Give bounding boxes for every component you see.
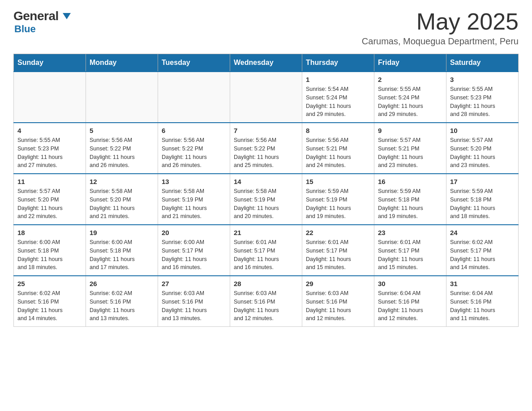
table-row: 7Sunrise: 5:56 AMSunset: 5:22 PMDaylight… [230,123,302,174]
day-info: Sunrise: 5:56 AMSunset: 5:21 PMDaylight:… [306,136,370,170]
table-row: 1Sunrise: 5:54 AMSunset: 5:24 PMDaylight… [302,72,374,123]
page-header: General Blue May 2025 Carumas, Moquegua … [13,9,519,47]
day-info: Sunrise: 5:54 AMSunset: 5:24 PMDaylight:… [306,85,370,119]
day-info: Sunrise: 5:55 AMSunset: 5:23 PMDaylight:… [450,85,515,119]
day-number: 11 [17,178,82,185]
table-row: 17Sunrise: 5:59 AMSunset: 5:18 PMDayligh… [446,174,519,225]
day-info: Sunrise: 6:04 AMSunset: 5:16 PMDaylight:… [378,289,442,323]
table-row: 4Sunrise: 5:55 AMSunset: 5:23 PMDaylight… [14,123,86,174]
day-info: Sunrise: 6:00 AMSunset: 5:17 PMDaylight:… [162,238,226,272]
week-row-4: 18Sunrise: 6:00 AMSunset: 5:18 PMDayligh… [14,225,519,276]
table-row [158,72,230,123]
col-tuesday: Tuesday [158,54,230,72]
table-row [230,72,302,123]
day-info: Sunrise: 6:01 AMSunset: 5:17 PMDaylight:… [378,238,442,272]
day-info: Sunrise: 5:56 AMSunset: 5:22 PMDaylight:… [90,136,154,170]
table-row: 20Sunrise: 6:00 AMSunset: 5:17 PMDayligh… [158,225,230,276]
col-friday: Friday [374,54,446,72]
day-info: Sunrise: 6:04 AMSunset: 5:16 PMDaylight:… [450,289,515,323]
logo-blue-text: Blue [14,23,36,34]
day-number: 28 [234,280,298,287]
day-number: 3 [450,76,515,83]
table-row: 3Sunrise: 5:55 AMSunset: 5:23 PMDaylight… [446,72,519,123]
col-wednesday: Wednesday [230,54,302,72]
week-row-1: 1Sunrise: 5:54 AMSunset: 5:24 PMDaylight… [14,72,519,123]
day-info: Sunrise: 6:03 AMSunset: 5:16 PMDaylight:… [234,289,298,323]
day-number: 6 [162,127,226,134]
table-row: 19Sunrise: 6:00 AMSunset: 5:18 PMDayligh… [86,225,158,276]
table-row: 24Sunrise: 6:02 AMSunset: 5:17 PMDayligh… [446,225,519,276]
day-info: Sunrise: 6:02 AMSunset: 5:16 PMDaylight:… [90,289,154,323]
day-info: Sunrise: 6:00 AMSunset: 5:18 PMDaylight:… [90,238,154,272]
table-row: 14Sunrise: 5:58 AMSunset: 5:19 PMDayligh… [230,174,302,225]
calendar-header-row: Sunday Monday Tuesday Wednesday Thursday… [14,54,519,72]
day-info: Sunrise: 5:56 AMSunset: 5:22 PMDaylight:… [234,136,298,170]
logo-general-text: General [13,9,71,23]
table-row: 9Sunrise: 5:57 AMSunset: 5:21 PMDaylight… [374,123,446,174]
day-number: 7 [234,127,298,134]
day-info: Sunrise: 6:03 AMSunset: 5:16 PMDaylight:… [162,289,226,323]
day-info: Sunrise: 6:02 AMSunset: 5:16 PMDaylight:… [17,289,82,323]
day-number: 19 [90,229,154,236]
svg-marker-0 [63,13,71,19]
day-info: Sunrise: 5:59 AMSunset: 5:18 PMDaylight:… [450,187,515,221]
day-number: 5 [90,127,154,134]
day-number: 1 [306,76,370,83]
table-row: 22Sunrise: 6:01 AMSunset: 5:17 PMDayligh… [302,225,374,276]
day-info: Sunrise: 6:01 AMSunset: 5:17 PMDaylight:… [234,238,298,272]
day-number: 12 [90,178,154,185]
table-row: 31Sunrise: 6:04 AMSunset: 5:16 PMDayligh… [446,276,519,327]
week-row-2: 4Sunrise: 5:55 AMSunset: 5:23 PMDaylight… [14,123,519,174]
day-number: 25 [17,280,82,287]
day-number: 18 [17,229,82,236]
logo: General Blue [13,9,71,35]
day-number: 15 [306,178,370,185]
table-row: 11Sunrise: 5:57 AMSunset: 5:20 PMDayligh… [14,174,86,225]
day-number: 24 [450,229,515,236]
day-number: 10 [450,127,515,134]
day-info: Sunrise: 5:58 AMSunset: 5:20 PMDaylight:… [90,187,154,221]
day-info: Sunrise: 6:01 AMSunset: 5:17 PMDaylight:… [306,238,370,272]
table-row: 2Sunrise: 5:55 AMSunset: 5:24 PMDaylight… [374,72,446,123]
table-row: 8Sunrise: 5:56 AMSunset: 5:21 PMDaylight… [302,123,374,174]
table-row: 15Sunrise: 5:59 AMSunset: 5:19 PMDayligh… [302,174,374,225]
table-row: 27Sunrise: 6:03 AMSunset: 5:16 PMDayligh… [158,276,230,327]
day-number: 16 [378,178,442,185]
title-area: May 2025 Carumas, Moquegua Department, P… [362,9,519,47]
day-info: Sunrise: 6:00 AMSunset: 5:18 PMDaylight:… [17,238,82,272]
table-row [86,72,158,123]
table-row: 21Sunrise: 6:01 AMSunset: 5:17 PMDayligh… [230,225,302,276]
col-sunday: Sunday [14,54,86,72]
day-info: Sunrise: 5:59 AMSunset: 5:18 PMDaylight:… [378,187,442,221]
day-number: 27 [162,280,226,287]
day-number: 30 [378,280,442,287]
day-number: 14 [234,178,298,185]
day-info: Sunrise: 5:57 AMSunset: 5:21 PMDaylight:… [378,136,442,170]
week-row-3: 11Sunrise: 5:57 AMSunset: 5:20 PMDayligh… [14,174,519,225]
table-row: 23Sunrise: 6:01 AMSunset: 5:17 PMDayligh… [374,225,446,276]
table-row: 18Sunrise: 6:00 AMSunset: 5:18 PMDayligh… [14,225,86,276]
table-row: 5Sunrise: 5:56 AMSunset: 5:22 PMDaylight… [86,123,158,174]
day-info: Sunrise: 5:57 AMSunset: 5:20 PMDaylight:… [450,136,515,170]
table-row: 12Sunrise: 5:58 AMSunset: 5:20 PMDayligh… [86,174,158,225]
day-number: 2 [378,76,442,83]
day-info: Sunrise: 5:59 AMSunset: 5:19 PMDaylight:… [306,187,370,221]
table-row: 25Sunrise: 6:02 AMSunset: 5:16 PMDayligh… [14,276,86,327]
table-row: 28Sunrise: 6:03 AMSunset: 5:16 PMDayligh… [230,276,302,327]
day-number: 8 [306,127,370,134]
table-row: 30Sunrise: 6:04 AMSunset: 5:16 PMDayligh… [374,276,446,327]
day-info: Sunrise: 5:56 AMSunset: 5:22 PMDaylight:… [162,136,226,170]
day-number: 22 [306,229,370,236]
day-number: 20 [162,229,226,236]
table-row: 26Sunrise: 6:02 AMSunset: 5:16 PMDayligh… [86,276,158,327]
day-info: Sunrise: 5:57 AMSunset: 5:20 PMDaylight:… [17,187,82,221]
day-info: Sunrise: 6:03 AMSunset: 5:16 PMDaylight:… [306,289,370,323]
day-number: 29 [306,280,370,287]
day-info: Sunrise: 5:55 AMSunset: 5:24 PMDaylight:… [378,85,442,119]
day-info: Sunrise: 5:58 AMSunset: 5:19 PMDaylight:… [162,187,226,221]
table-row: 13Sunrise: 5:58 AMSunset: 5:19 PMDayligh… [158,174,230,225]
month-title: May 2025 [362,9,519,34]
col-monday: Monday [86,54,158,72]
calendar-table: Sunday Monday Tuesday Wednesday Thursday… [13,54,519,327]
col-saturday: Saturday [446,54,519,72]
